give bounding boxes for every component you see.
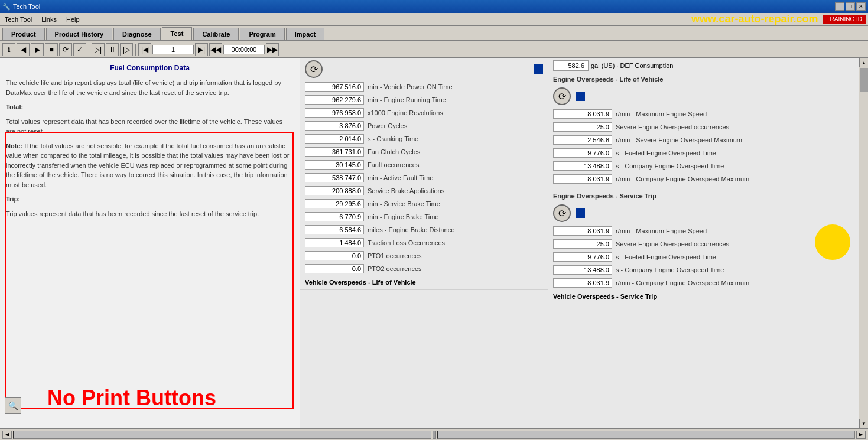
row-value-7: 538 747.0 <box>305 173 364 182</box>
service-row-label-4: r/min - Company Engine Overspeed Maximum <box>616 279 749 286</box>
life-row-value-5: 8 031.9 <box>553 174 612 184</box>
row-label-7: min - Active Fault Time <box>368 174 433 181</box>
step-back-button[interactable]: |▷ <box>120 43 133 56</box>
blue-indicator <box>534 64 543 74</box>
data-row: 3 876.0 Power Cycles <box>300 119 548 132</box>
life-row-label-0: r/min - Maximum Engine Speed <box>616 110 707 118</box>
life-row-label-3: s - Fueled Engine Overspeed Time <box>616 149 716 157</box>
bottom-bar: ◀ ▶ <box>0 428 868 440</box>
tab-product-history[interactable]: Product History <box>46 28 113 40</box>
horizontal-scrollbar-left[interactable] <box>13 431 431 439</box>
service-row-value-1: 25.0 <box>553 239 612 249</box>
menu-links[interactable]: Links <box>39 15 59 24</box>
row-label-5: Fan Clutch Cycles <box>368 148 420 155</box>
page-input[interactable]: 1 <box>152 45 194 54</box>
row-label-9: min - Service Brake Time <box>368 200 440 207</box>
row-value-8: 200 888.0 <box>305 186 364 195</box>
trip-heading: Trip: <box>6 195 20 203</box>
data-row: 29 295.6 min - Service Brake Time <box>300 197 548 210</box>
service-row-value-4: 8 031.9 <box>553 278 612 288</box>
row-label-13: PTO1 occurrences <box>368 252 422 259</box>
life-data-row: 13 488.0 s - Company Engine Overspeed Ti… <box>548 159 859 172</box>
stop-button[interactable]: ■ <box>45 43 58 56</box>
main-content: Fuel Consumption Data The vehicle life a… <box>0 58 868 428</box>
scroll-down-arrow[interactable]: ▼ <box>859 419 868 428</box>
row-value-1: 962 279.6 <box>305 95 364 105</box>
menu-help[interactable]: Help <box>64 15 82 24</box>
service-data-row: 13 488.0 s - Company Engine Overspeed Ti… <box>548 263 859 276</box>
row-value-2: 976 958.0 <box>305 108 364 118</box>
next-button[interactable]: ▶▶ <box>266 43 279 56</box>
bottom-label-row: Vehicle Overspeeds - Life of Vehicle <box>300 275 548 290</box>
forward-button[interactable]: ▶ <box>31 43 44 56</box>
scroll-right-button[interactable]: ▶ <box>856 431 866 439</box>
row-value-12: 1 484.0 <box>305 238 364 247</box>
tab-diagnose[interactable]: Diagnose <box>113 28 161 40</box>
tab-program[interactable]: Program <box>240 28 284 40</box>
magnify-button[interactable]: 🔍 <box>5 397 21 414</box>
right-scrollbar[interactable]: ▲ ▼ <box>859 58 868 428</box>
data-row: 0.0 PTO2 occurrences <box>300 262 548 275</box>
close-button[interactable]: ✕ <box>856 2 866 11</box>
data-row: 1 484.0 Traction Loss Occurrences <box>300 236 548 249</box>
para-trip-head: Trip: <box>6 194 294 204</box>
menu-techtool[interactable]: Tech Tool <box>2 15 34 24</box>
horizontal-scrollbar-right[interactable] <box>437 431 856 439</box>
pause-button[interactable]: ⏸ <box>106 43 119 56</box>
data-row: 200 888.0 Service Brake Applications <box>300 184 548 197</box>
service-refresh-button[interactable]: ⟳ <box>553 204 571 222</box>
data-row: 30 145.0 Fault occurrences <box>300 158 548 171</box>
data-row: 6 584.6 miles - Engine Brake Distance <box>300 223 548 236</box>
vehicle-overspeeds-service-label: Vehicle Overspeeds - Service Trip <box>553 291 657 302</box>
bottom-label-right-row: Vehicle Overspeeds - Service Trip <box>548 289 859 304</box>
tab-product[interactable]: Product <box>2 28 45 40</box>
scroll-left-button[interactable]: ◀ <box>2 431 12 439</box>
step-button[interactable]: ▷| <box>92 43 105 56</box>
service-data-rows: 8 031.9 r/min - Maximum Engine Speed 25.… <box>548 224 859 289</box>
service-data-row: 8 031.9 r/min - Maximum Engine Speed <box>548 224 859 237</box>
separator-2 <box>135 44 136 56</box>
no-print-annotation: No Print Buttons <box>47 386 216 410</box>
para-note: Note: If the total values are not sensib… <box>6 141 294 190</box>
title-bar: 🔧 Tech Tool _ □ ✕ <box>0 0 868 13</box>
scroll-track <box>859 92 868 419</box>
right-area: 582.6 gal (US) · DEF Consumption Engine … <box>548 58 868 428</box>
row-label-12: Traction Loss Occurrences <box>368 239 445 246</box>
back-button[interactable]: ◀ <box>17 43 30 56</box>
tab-test[interactable]: Test <box>162 27 193 40</box>
maximize-button[interactable]: □ <box>846 2 855 11</box>
first-button[interactable]: |◀ <box>138 43 151 56</box>
info-button[interactable]: ℹ <box>2 43 15 56</box>
life-row-value-1: 25.0 <box>553 122 612 132</box>
life-blue-indicator <box>576 92 585 101</box>
row-value-5: 361 731.0 <box>305 147 364 157</box>
total-heading: Total: <box>6 103 23 110</box>
data-row: 976 958.0 x1000 Engine Revolutions <box>300 106 548 119</box>
row-label-2: x1000 Engine Revolutions <box>368 109 443 116</box>
row-label-11: miles - Engine Brake Distance <box>368 226 454 233</box>
window-title: Tech Tool <box>13 3 40 10</box>
separator-1 <box>89 44 89 56</box>
scroll-up-arrow[interactable]: ▲ <box>859 58 868 67</box>
data-row: 962 279.6 min - Engine Running Time <box>300 93 548 106</box>
life-of-vehicle-title: Engine Overspeeds - Life of Vehicle <box>548 73 859 85</box>
refresh-button[interactable]: ⟳ <box>305 60 323 78</box>
life-row-value-3: 9 776.0 <box>553 148 612 158</box>
row-value-6: 30 145.0 <box>305 160 364 170</box>
service-data-row: 25.0 Severe Engine Overspeed occurrences <box>548 237 859 250</box>
data-row: 967 516.0 min - Vehicle Power ON Time <box>300 80 548 93</box>
scroll-thumb[interactable] <box>860 68 868 92</box>
panel-title: Fuel Consumption Data <box>6 64 294 72</box>
service-data-row: 8 031.9 r/min - Company Engine Overspeed… <box>548 276 859 289</box>
life-refresh-button[interactable]: ⟳ <box>553 87 571 105</box>
record-button[interactable]: ⟳ <box>59 43 72 56</box>
prev-button[interactable]: ◀◀ <box>209 43 222 56</box>
middle-panel-header: ⟳ <box>300 58 548 80</box>
row-value-4: 2 014.0 <box>305 134 364 144</box>
minimize-button[interactable]: _ <box>835 2 844 11</box>
para-trip-body: Trip values represent data that has been… <box>6 209 294 219</box>
check-button[interactable]: ✓ <box>73 43 86 56</box>
tab-calibrate[interactable]: Calibrate <box>193 28 239 40</box>
last-button[interactable]: ▶| <box>195 43 208 56</box>
tab-impact[interactable]: Impact <box>286 28 324 40</box>
